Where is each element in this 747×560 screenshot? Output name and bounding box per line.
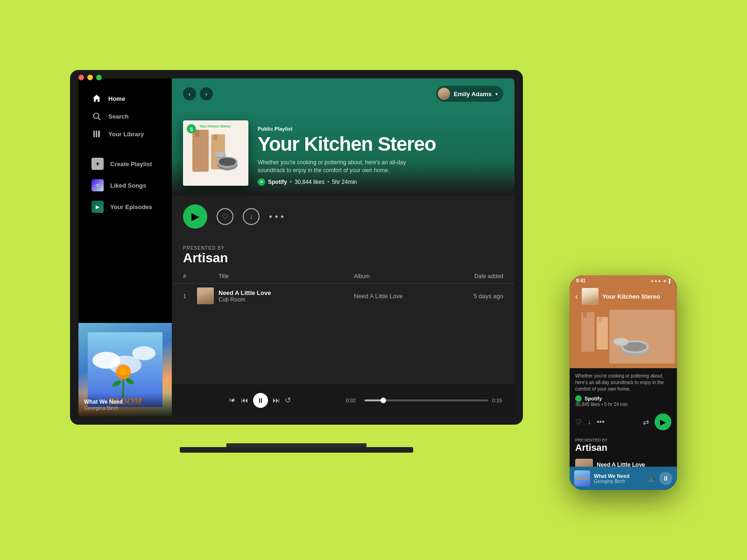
phone-hero-art <box>570 308 677 368</box>
track-list-header: # Title Album Date added <box>172 269 514 284</box>
sidebar-library-section: + Create Playlist ♥ Liked Songs ▶ Your E… <box>78 150 172 220</box>
track-number: 1 <box>183 293 197 300</box>
sidebar-album-art: BLOOM What We Need Georgina Birch <box>78 323 172 416</box>
player-controls: ⏮ ⏸ ⏭ ↺ <box>179 393 340 408</box>
main-content: ‹ › Emily Adams ▾ <box>172 78 514 416</box>
phone-kitchen-svg <box>570 308 677 368</box>
phone-presented-by: Presented by Artisan <box>570 434 677 455</box>
playlist-cover: S Your Kitchen Stereo <box>183 120 248 186</box>
episodes-label: Your Episodes <box>110 203 152 210</box>
phone-topbar: ‹ Your Kitchen Stereo <box>570 285 677 308</box>
sidebar-item-library[interactable]: Your Library <box>86 125 164 143</box>
back-button[interactable]: ‹ <box>183 87 196 100</box>
track-title: Need A Little Love <box>218 289 354 296</box>
prev-button[interactable]: ⏮ <box>241 396 248 405</box>
mini-pause-button[interactable]: ⏸ <box>659 472 672 485</box>
progress-bar-container: 0:02 0:15 <box>346 398 507 403</box>
phone-actions: ♡ ↓ ••• ⇄ ▶ <box>570 410 677 434</box>
phone-play-button[interactable]: ▶ <box>655 413 671 430</box>
signal-icon: ▲▲▲ <box>650 279 662 283</box>
phone-back-button[interactable]: ‹ <box>575 292 578 301</box>
phone-playlist-cover <box>582 288 599 305</box>
col-header-title: Title <box>218 273 354 280</box>
total-time: 0:15 <box>492 398 507 403</box>
next-button[interactable]: ⏭ <box>273 396 280 405</box>
shuffle-button[interactable] <box>229 397 236 404</box>
phone-download-button[interactable]: ↓ <box>587 418 591 426</box>
battery-icon: ▐ <box>668 279 670 283</box>
sidebar-album-info: What We Need Georgina Birch <box>78 393 172 416</box>
heart-icon: ♥ <box>92 179 104 191</box>
avatar <box>438 88 450 100</box>
topbar: ‹ › Emily Adams ▾ <box>172 78 514 109</box>
phone-shuffle-button[interactable]: ⇄ <box>643 418 649 427</box>
user-badge[interactable]: Emily Adams ▾ <box>436 86 503 102</box>
nav-arrows: ‹ › <box>183 87 213 100</box>
user-name: Emily Adams <box>454 91 492 98</box>
sidebar-item-search[interactable]: Search <box>86 107 164 125</box>
sponsor-name: Artisan <box>183 251 503 266</box>
minimize-icon[interactable] <box>87 75 93 80</box>
mini-player-info: What We Need Georgina Birch <box>594 473 645 484</box>
laptop: Home Search <box>70 70 523 453</box>
phone-like-button[interactable]: ♡ <box>575 418 582 427</box>
col-header-num: # <box>183 273 197 280</box>
phone-more-button[interactable]: ••• <box>597 418 605 426</box>
svg-line-1 <box>98 118 100 120</box>
chevron-down-icon: ▾ <box>495 91 498 97</box>
sidebar-liked-songs[interactable]: ♥ Liked Songs <box>86 175 164 195</box>
col-header-album: Album <box>354 273 447 280</box>
sidebar-track-artist: Georgina Birch <box>84 405 166 411</box>
phone-action-group-right: ⇄ ▶ <box>643 413 671 430</box>
laptop-screen: Home Search <box>78 78 514 416</box>
phone-track-row[interactable]: Need A Little Love Cub Room ••• <box>570 455 677 467</box>
download-button[interactable]: ↓ <box>243 208 260 225</box>
playlist-title: Your Kitchen Stereo <box>258 133 503 155</box>
like-button[interactable]: ♡ <box>217 208 233 225</box>
svg-rect-34 <box>599 317 602 322</box>
svg-rect-4 <box>98 131 100 137</box>
phone-time: 9:41 <box>576 278 585 283</box>
progress-bar[interactable] <box>365 399 488 401</box>
scene: Home Search <box>70 70 677 490</box>
sidebar-create-playlist[interactable]: + Create Playlist <box>86 154 164 174</box>
play-button[interactable]: ▶ <box>183 204 207 229</box>
phone-hero-desc: Whether you're cooking or pottering abou… <box>570 368 677 410</box>
mini-cast-button[interactable]: 📺 <box>648 475 655 482</box>
liked-songs-label: Liked Songs <box>110 182 146 189</box>
maximize-icon[interactable] <box>96 75 102 80</box>
phone-track-info-1: Need A Little Love Cub Room <box>597 462 661 467</box>
svg-rect-31 <box>581 312 594 352</box>
forward-button[interactable]: › <box>200 87 213 100</box>
laptop-body: Home Search <box>70 70 523 425</box>
svg-rect-33 <box>597 317 608 350</box>
playlist-hero: S Your Kitchen Stereo Public Playlist Yo… <box>172 109 514 195</box>
svg-rect-3 <box>96 131 97 137</box>
search-icon <box>92 111 102 121</box>
sidebar: Home Search <box>78 78 172 416</box>
phone-spotify-icon <box>575 395 582 402</box>
table-row[interactable]: 1 Need A Little Love Cub Room Need A Lit… <box>172 284 514 308</box>
phone-track-name-1: Need A Little Love <box>597 462 661 467</box>
phone-meta-info: 30,845 likes • 5 hr 24 min <box>575 402 671 407</box>
presented-by-section: Presented by Artisan <box>172 238 514 269</box>
spotify-app: Home Search <box>78 78 514 416</box>
svg-rect-40 <box>609 310 675 364</box>
close-icon[interactable] <box>78 75 84 80</box>
track-thumbnail <box>197 287 214 304</box>
svg-rect-32 <box>583 312 587 318</box>
sidebar-episodes[interactable]: ▶ Your Episodes <box>86 197 164 217</box>
phone-status-icons: ▲▲▲ ⌾ ▐ <box>650 279 670 283</box>
sidebar-track-title: What We Need <box>84 399 166 405</box>
phone-description: Whether you're cooking or pottering abou… <box>575 373 671 392</box>
player-pause-button[interactable]: ⏸ <box>253 393 268 408</box>
library-icon <box>92 129 102 139</box>
track-info: Need A Little Love Cub Room <box>218 289 354 303</box>
more-button[interactable]: • • • <box>269 211 284 222</box>
home-icon <box>92 93 102 104</box>
svg-text:S: S <box>190 127 193 132</box>
sidebar-item-home[interactable]: Home <box>86 90 164 107</box>
repeat-button[interactable]: ↺ <box>285 396 291 405</box>
playlist-type: Public Playlist <box>258 126 503 132</box>
sidebar-now-playing: BLOOM What We Need Georgina Birch <box>78 323 172 416</box>
